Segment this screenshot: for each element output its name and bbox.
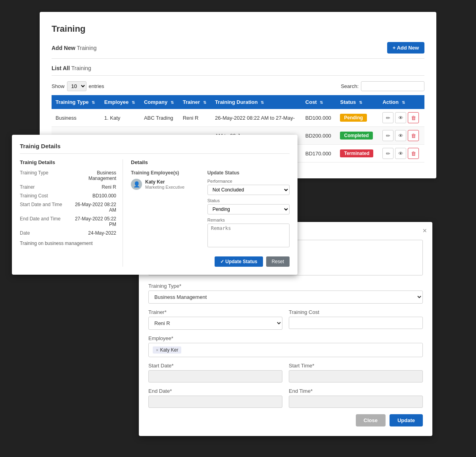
- panel-right: Details Training Employee(s) 👤 Katy Ker …: [123, 159, 290, 267]
- page-title: Training: [52, 24, 424, 34]
- end-date-label: End Date*: [148, 388, 282, 394]
- remarks-label: Remarks: [207, 218, 290, 222]
- detail-row-cost: Training Cost BD100.000: [20, 193, 116, 199]
- start-time-label: Start Time*: [289, 363, 423, 369]
- employee-label: Employee*: [148, 335, 423, 341]
- sort-icon-duration: ⇅: [261, 100, 264, 105]
- col-employee[interactable]: Employee ⇅: [100, 95, 140, 109]
- remarks-textarea[interactable]: [207, 224, 290, 247]
- cost-value: BD100.000: [71, 193, 116, 199]
- start-date-col: Start Date* 2022-05-26: [148, 363, 282, 382]
- update-status-section: Training Employee(s) 👤 Katy Ker Marketin…: [131, 170, 290, 252]
- panel-footer: ✓ Update Status Reset: [131, 256, 290, 267]
- training-details-title: Trainig Details: [20, 143, 290, 154]
- view-button[interactable]: 👁: [395, 112, 406, 123]
- edit-button[interactable]: ✏: [382, 148, 393, 159]
- training-type-label: Training Type*: [148, 283, 423, 289]
- reset-button[interactable]: Reset: [266, 256, 290, 267]
- end-dates-row: End Date* 2022-05-27 End Time* 17:22: [148, 388, 423, 408]
- employee-tag-input[interactable]: × Katy Ker: [148, 343, 423, 357]
- end-time-label: End Time*: [289, 388, 423, 394]
- update-status-box: Update Status Performance Not Concluded …: [207, 170, 290, 252]
- status-select[interactable]: Pending Completed Terminated: [207, 204, 290, 214]
- training-details-panel: Trainig Details Trainig Details Training…: [12, 135, 298, 275]
- employee-tag-name: Katy Ker: [160, 347, 178, 353]
- date-label: Date: [20, 230, 71, 236]
- start-date-input[interactable]: 2022-05-26: [148, 370, 282, 382]
- edit-button[interactable]: ✏: [382, 112, 393, 123]
- sort-icon-employee: ⇅: [132, 100, 135, 105]
- type-value: Business Management: [71, 170, 116, 181]
- trainer-col: Trainer* Reni R: [148, 309, 282, 330]
- col-company[interactable]: Company ⇅: [140, 95, 179, 109]
- end-date-col: End Date* 2022-05-27: [148, 388, 282, 408]
- action-buttons: ✏ 👁 🗑: [382, 112, 420, 123]
- status-badge: Pending: [340, 114, 367, 122]
- training-type-select[interactable]: Business Management: [148, 291, 423, 304]
- date-value: 24-May-2022: [71, 230, 116, 236]
- performance-label: Performance: [207, 179, 290, 184]
- training-employee-box: Training Employee(s) 👤 Katy Ker Marketin…: [131, 170, 200, 252]
- show-label: Show: [52, 83, 65, 89]
- sort-icon-status: ⇅: [359, 100, 362, 105]
- status-group: Status Pending Completed Terminated: [207, 198, 290, 214]
- col-training-type[interactable]: Training Type ⇅: [52, 95, 100, 109]
- start-time-input[interactable]: 08:22: [289, 370, 423, 382]
- view-button[interactable]: 👁: [395, 130, 406, 141]
- panel-body: Trainig Details Training Type Business M…: [20, 159, 290, 267]
- search-input[interactable]: [361, 81, 424, 91]
- type-label: Training Type: [20, 170, 71, 181]
- training-description: Training on business management: [20, 241, 116, 246]
- col-cost[interactable]: Cost ⇅: [301, 95, 336, 109]
- status-badge: Terminated: [340, 149, 373, 157]
- tag-remove-icon[interactable]: ×: [156, 348, 158, 352]
- start-value: 26-May-2022 08:22 AM: [71, 202, 116, 213]
- end-label: End Date and Time: [20, 216, 71, 227]
- panel-left: Trainig Details Training Type Business M…: [20, 159, 123, 267]
- start-label: Start Date and Time: [20, 202, 71, 213]
- edit-button[interactable]: ✏: [382, 130, 393, 141]
- end-value: 27-May-2022 05:22 PM: [71, 216, 116, 227]
- close-button[interactable]: Close: [356, 414, 386, 426]
- remarks-group: Remarks: [207, 218, 290, 249]
- start-time-col: Start Time* 08:22: [289, 363, 423, 382]
- add-new-button[interactable]: + Add New: [387, 42, 424, 54]
- col-status[interactable]: Status ⇅: [336, 95, 378, 109]
- update-status-title: Update Status: [207, 170, 290, 176]
- status-badge: Completed: [340, 132, 372, 140]
- avatar: 👤: [131, 179, 142, 190]
- col-trainer[interactable]: Trainer ⇅: [179, 95, 211, 109]
- performance-select[interactable]: Not Concluded Concluded: [207, 185, 290, 195]
- list-all-bar: List All Training: [52, 65, 424, 76]
- status-label: Status: [207, 198, 290, 203]
- delete-button[interactable]: 🗑: [408, 112, 419, 123]
- col-duration[interactable]: Training Duration ⇅: [211, 95, 301, 109]
- employee-row: Employee* × Katy Ker: [148, 335, 423, 357]
- close-icon-button[interactable]: ×: [422, 227, 427, 235]
- employee-tag: × Katy Ker: [153, 346, 181, 354]
- trainer-value: Reni R: [71, 184, 116, 190]
- sort-icon-action: ⇅: [402, 100, 405, 105]
- delete-button[interactable]: 🗑: [408, 130, 419, 141]
- show-entries: Show 10 25 50 entries: [52, 81, 104, 91]
- dates-row: Start Date* 2022-05-26 Start Time* 08:22: [148, 363, 423, 382]
- sort-icon-training-type: ⇅: [92, 100, 95, 105]
- training-cost-input[interactable]: 100: [289, 317, 423, 329]
- end-date-input[interactable]: 2022-05-27: [148, 396, 282, 408]
- view-button[interactable]: 👁: [395, 148, 406, 159]
- entries-select[interactable]: 10 25 50: [67, 81, 86, 91]
- training-type-row: Training Type* Business Management: [148, 283, 423, 304]
- employee-role: Marketing Executive: [145, 185, 184, 189]
- entries-label: entries: [89, 83, 104, 89]
- add-new-label: Add New Training: [52, 45, 97, 51]
- delete-button[interactable]: 🗑: [408, 148, 419, 159]
- end-time-input[interactable]: 17:22: [289, 396, 423, 408]
- update-button[interactable]: Update: [390, 414, 423, 426]
- details-label: Details: [131, 159, 290, 165]
- add-new-bar: Add New Training + Add New: [52, 42, 424, 59]
- cell-cost: BD170.000: [301, 145, 336, 163]
- cell-status: Completed: [336, 127, 378, 145]
- col-action[interactable]: Action ⇅: [378, 95, 424, 109]
- trainer-select[interactable]: Reni R: [148, 317, 282, 330]
- update-status-button[interactable]: ✓ Update Status: [215, 256, 263, 267]
